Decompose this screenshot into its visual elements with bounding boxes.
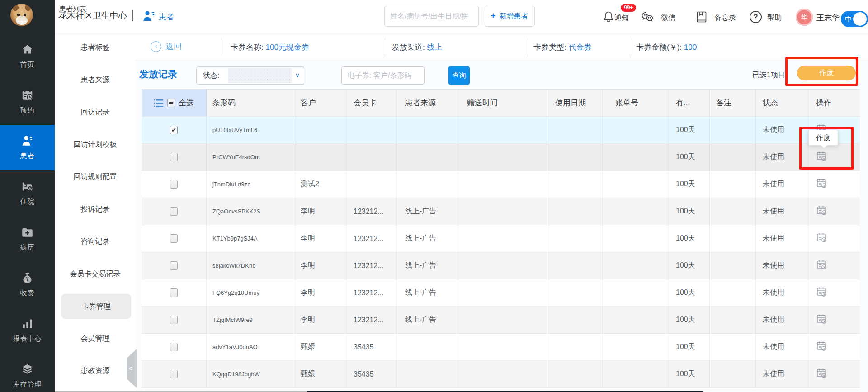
cell-use-date	[547, 307, 603, 333]
header-select-all[interactable]: 全选	[142, 90, 207, 116]
cell-remark	[710, 144, 756, 170]
cell-remark	[710, 361, 756, 387]
row-checkbox[interactable]	[170, 153, 178, 161]
table-row[interactable]: KQqqD198JbghW 甄嬛 35435 100天 未使用	[142, 361, 860, 388]
query-button[interactable]: 查询	[448, 66, 470, 85]
table-row[interactable]: KT1Yb9p7gSJ4A 李明 123212... 线上-广告 100天 未使…	[142, 225, 860, 252]
table-row[interactable]: PrCWYuE4rsdOm 100天 未使用	[142, 144, 860, 171]
cell-validity: 100天	[668, 307, 710, 333]
void-action-icon[interactable]	[816, 368, 827, 381]
sidebar-item-calendar[interactable]: 预约	[0, 79, 55, 125]
cell-remark	[710, 171, 756, 198]
submenu-item[interactable]: 回访记录	[55, 108, 136, 117]
info-field: 卡券类型: 代金券	[533, 42, 591, 52]
selected-count-label: 已选1项目	[714, 71, 785, 80]
clinic-avatar[interactable]: ???	[10, 4, 33, 26]
sidebar-item-label: 首页	[20, 61, 35, 69]
submenu-item[interactable]: 会员卡交易记录	[55, 269, 136, 279]
wechat-label[interactable]: 微信	[661, 13, 675, 23]
sidebar-item-bed[interactable]: 住院	[0, 170, 55, 216]
patient-icon	[21, 135, 33, 149]
language-toggle[interactable]: 中	[841, 11, 868, 27]
table-row[interactable]: s8jakcWk7DKnb 李明 123212... 线上-广告 100天 未使…	[142, 252, 860, 279]
table-row[interactable]: TZjgIMcfW9re9 李明 123212... 线上-广告 100天 未使…	[142, 307, 860, 334]
void-action-icon[interactable]	[816, 178, 827, 191]
col-remark: 备注	[710, 90, 756, 116]
cell-customer: 李明	[296, 252, 346, 279]
void-action-icon[interactable]	[816, 286, 827, 299]
add-patient-button[interactable]: + 新增患者	[484, 6, 535, 27]
status-dropdown[interactable]: 状态: ∨	[196, 66, 304, 85]
cell-gift-time	[459, 117, 547, 143]
void-action-icon[interactable]	[816, 232, 827, 245]
row-checkbox[interactable]	[170, 180, 178, 189]
help-icon[interactable]: ?	[750, 11, 762, 23]
void-action-icon[interactable]	[816, 313, 827, 326]
cell-gift-time	[459, 144, 547, 170]
evoucher-search-input[interactable]	[341, 66, 425, 85]
plus-icon: +	[491, 11, 496, 20]
table-row[interactable]: advY1aVJ0dnAO 甄嬛 35435 100天 未使用	[142, 334, 860, 361]
sidebar-item-money[interactable]: ¥ 收费	[0, 262, 55, 307]
submenu-item[interactable]: 患者来源	[55, 76, 136, 85]
row-checkbox[interactable]	[170, 261, 178, 270]
submenu-item[interactable]: 投诉记录	[55, 205, 136, 214]
cell-barcode: ZQaOevsSPKK2S	[207, 198, 296, 225]
table-row[interactable]: jTnmDiuLrt9zn 测试2 100天 未使用	[142, 171, 860, 198]
memo-icon[interactable]	[695, 10, 708, 24]
row-checkbox[interactable]	[170, 234, 178, 243]
sidebar-item-label: 患者	[20, 152, 35, 161]
user-avatar[interactable]: 华	[796, 9, 813, 26]
sidebar-item-patient[interactable]: 患者	[0, 125, 55, 170]
cell-patient-source	[397, 334, 459, 360]
cell-customer: 甄嬛	[296, 361, 346, 387]
table-row[interactable]: pUT0fxUVyTmL6 100天 未使用	[142, 117, 860, 144]
cell-use-date	[547, 198, 603, 225]
submenu-item[interactable]: 卡券管理	[61, 294, 131, 319]
void-action-icon[interactable]	[816, 259, 827, 272]
sidebar-item-home[interactable]: 首页	[0, 33, 55, 79]
cell-member-card: 123212...	[346, 279, 397, 306]
table-row[interactable]: FQ6Yg2q10Umuy 李明 123212... 线上-广告 100天 未使…	[142, 279, 860, 307]
void-action-icon[interactable]	[816, 205, 827, 218]
row-checkbox[interactable]	[170, 126, 178, 134]
void-action-icon[interactable]	[816, 340, 827, 354]
info-field: 卡券名称: 100元现金券	[231, 42, 309, 52]
cell-member-card: 35435	[346, 334, 397, 360]
back-button[interactable]: ‹ 返回	[151, 41, 182, 52]
section-label: 患者	[159, 12, 174, 22]
notifications-label[interactable]: 通知	[614, 13, 629, 23]
sidebar-item-layers[interactable]: 库存管理	[0, 353, 55, 392]
cell-bill-no	[603, 117, 668, 143]
patient-search-input[interactable]	[384, 6, 479, 27]
cell-customer: 甄嬛	[296, 334, 346, 360]
cell-member-card: 123212...	[346, 225, 397, 252]
bell-icon[interactable]	[602, 10, 615, 24]
sidebar-item-label: 报表中心	[13, 335, 42, 343]
user-name[interactable]: 王志华	[816, 13, 840, 23]
submenu-item[interactable]: 会员管理	[55, 334, 136, 343]
cell-remark	[710, 198, 756, 225]
sidebar-item-record[interactable]: 病历	[0, 216, 55, 262]
sidebar-item-chart[interactable]: 报表中心	[0, 307, 55, 353]
memo-label[interactable]: 备忘录	[714, 13, 736, 23]
row-checkbox[interactable]	[170, 370, 178, 378]
row-checkbox[interactable]	[170, 288, 178, 297]
submenu-item[interactable]: 患者标签	[55, 43, 136, 52]
calendar-icon	[21, 89, 33, 103]
cell-use-date	[547, 225, 603, 252]
row-checkbox[interactable]	[170, 207, 178, 216]
submenu-item[interactable]: 患教资源	[55, 366, 136, 375]
submenu-item[interactable]: 回访计划模板	[55, 140, 136, 149]
cell-barcode: KQqqD198JbghW	[207, 361, 296, 387]
submenu-item[interactable]: 回访规则配置	[55, 172, 136, 181]
row-checkbox[interactable]	[170, 316, 178, 324]
cell-validity: 100天	[668, 144, 710, 170]
select-all-checkbox[interactable]	[167, 99, 175, 107]
row-checkbox[interactable]	[170, 343, 178, 351]
wechat-icon[interactable]	[641, 10, 654, 24]
table-row[interactable]: ZQaOevsSPKK2S 李明 123212... 线上-广告 100天 未使…	[142, 198, 860, 225]
submenu-item[interactable]: 咨询记录	[55, 237, 136, 246]
cell-customer: 李明	[296, 279, 346, 306]
help-label[interactable]: 帮助	[767, 13, 782, 23]
